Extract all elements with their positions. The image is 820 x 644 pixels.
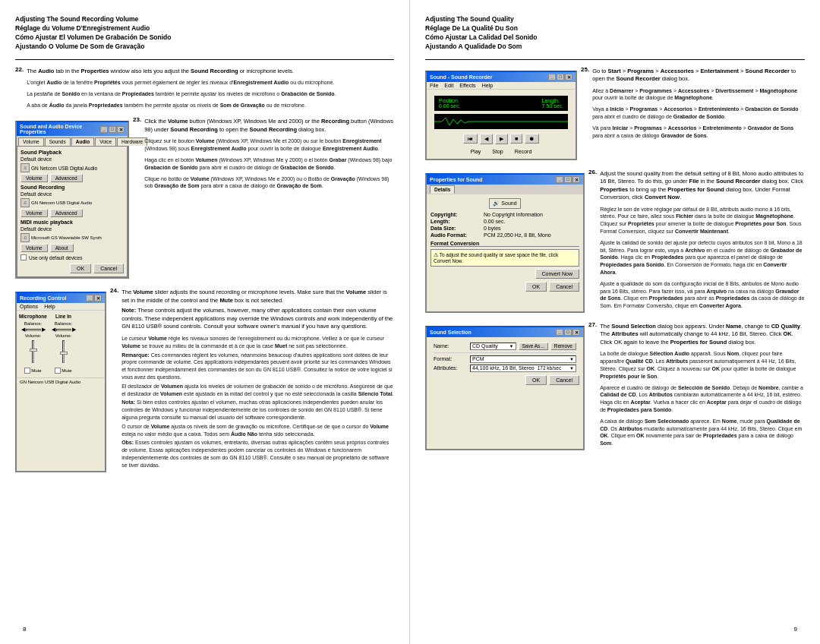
vol-ctrl-row: Recording Control _ ✕ Options Help Micro… [15,287,394,476]
effects-menu[interactable]: Effects [459,83,475,88]
maximize-btn[interactable]: □ [109,126,116,133]
volume-btn-2[interactable]: Volume [20,209,48,217]
recorder-display: Position0.00 sec. Length:7.50 sec. [434,96,568,111]
advanced-btn-2[interactable]: Advanced [50,209,83,217]
device-row-5: Default device [20,226,124,232]
rec-min-btn[interactable]: _ [548,74,556,80]
minimize-btn[interactable]: _ [100,126,108,133]
midi-label: MIDI music playback [20,219,124,225]
sel-btn-row: OK Cancel [430,375,579,385]
play-btn[interactable]: ▶ [495,134,508,144]
balance-row: ◀ ▶ [21,327,46,333]
vol-close-btn[interactable]: ✕ [94,295,102,301]
vol-slider-container [32,339,34,365]
balance-slider-2[interactable] [56,329,71,331]
remove-btn[interactable]: Remove [550,343,576,350]
options-menu[interactable]: Options [20,304,38,309]
step-23-24-container: 23. Click the Volume button (Windows XP,… [133,116,394,283]
advanced-btn-1[interactable]: Advanced [50,174,83,182]
back-btn[interactable]: ◀ [480,134,493,144]
convert-btn-row: Convert Now [430,269,579,279]
props-ok-btn[interactable]: OK [525,282,547,292]
midi-btn-row: Volume About [20,244,124,252]
tab-sounds[interactable]: Sounds [45,137,71,146]
volume-btn[interactable]: Volume [20,174,48,182]
mute-row-2: Mute [55,367,71,374]
volume-btn-3[interactable]: Volume [20,244,48,252]
page-number-left: 8 [23,626,26,633]
conversion-note: ⚠ To adjust the sound quality or save sp… [430,249,579,267]
data-size-row: Data Size: 0 bytes [430,226,579,231]
props-titlebar: Properties for Sound _ □ ✕ [427,175,583,185]
file-menu[interactable]: File [430,83,438,88]
step-26: 26. Adjust the sound quality from the de… [588,169,805,310]
format-conversion-label: Format Conversion [430,241,579,247]
close-btn[interactable]: ✕ [117,126,125,133]
volume-slider-2[interactable] [62,340,65,363]
sel-max-btn[interactable]: □ [564,329,572,336]
step-22: 22. The Audio tab in the Properties wind… [15,66,394,109]
props-cancel-btn[interactable]: Cancel [549,282,579,292]
recorder-body: Position0.00 sec. Length:7.50 sec. ⏮ ◀ ▶… [427,90,576,159]
device-row-6: ♫ Microsoft GS Wavetable SW Synth [20,233,124,242]
format-dropdown[interactable]: PCM ▼ [470,355,576,363]
record-btn[interactable]: ⏺ [525,134,539,144]
sel-cancel-btn[interactable]: Cancel [549,375,579,385]
recording-control-dialog: Recording Control _ ✕ Options Help Micro… [15,292,106,472]
sound-icon-label: 🔊 Sound [430,198,579,209]
save-as-btn[interactable]: Save As... [519,343,548,350]
details-tab[interactable]: Details [430,185,455,194]
attrs-dropdown[interactable]: 44,100 kHz, 16 Bit, Stereo 172 kb/sec ▼ [470,365,576,372]
vol-slider-container-2 [62,339,65,365]
default-devices-checkbox[interactable] [20,254,27,260]
mute-checkbox[interactable] [24,368,30,374]
vol-columns: Microphone Balance: ◀ ▶ Volume: [17,311,105,377]
sel-ok-btn[interactable]: OK [525,375,547,385]
page-number-right: 9 [794,626,797,633]
length-row: Length: 0.00 sec. [430,219,579,224]
props-min-btn[interactable]: _ [556,176,563,183]
step-27-text: 27. The Sound Selection dialog box appea… [588,321,805,455]
balance-slider[interactable] [26,329,41,331]
rec-max-btn[interactable]: □ [557,74,564,80]
edit-menu[interactable]: Edit [444,83,453,88]
recording-btn-row: Volume Advanced [20,209,124,217]
step-23: 23. Click the Volume button (Windows XP,… [133,116,394,190]
microphone-col: Microphone Balance: ◀ ▶ Volume: [20,314,46,374]
sound-playback-label: Sound Playback [20,150,124,155]
rec-close-btn[interactable]: ✕ [565,74,572,80]
sel-close-btn[interactable]: ✕ [572,329,580,336]
help-menu[interactable]: Help [44,304,55,309]
step-24: 24. The Volume slider adjusts the sound … [110,287,394,469]
waveform-display [434,114,568,129]
cancel-button[interactable]: Cancel [93,264,124,273]
tab-volume[interactable]: Volume [18,137,44,146]
name-row: Name: CD Quality ▼ Save As... Remove [434,343,576,350]
help-menu-rec[interactable]: Help [482,83,493,88]
convert-now-btn[interactable]: Convert Now [535,269,579,279]
step-26-text: 26. Adjust the sound quality from the de… [588,169,805,317]
props-close-btn[interactable]: ✕ [572,176,580,183]
tab-voice[interactable]: Voice [95,137,116,146]
device-icon-2: ♫ [20,198,30,207]
copyright-row: Copyright: No Copyright Information [430,212,579,217]
recorder-controls: ⏮ ◀ ▶ ■ ⏺ [431,131,571,147]
props-max-btn[interactable]: □ [564,176,572,183]
sel-min-btn[interactable]: _ [556,329,563,336]
vol-min-btn[interactable]: _ [86,295,93,301]
about-btn[interactable]: About [50,244,74,252]
volume-slider[interactable] [32,340,34,363]
props-ok-cancel: OK Cancel [430,282,579,292]
tab-audio[interactable]: Audio [71,137,94,146]
ok-button[interactable]: OK [70,264,91,273]
rewind-btn[interactable]: ⏮ [463,134,478,144]
stop-btn[interactable]: ■ [510,134,522,144]
mute-checkbox-2[interactable] [55,368,61,374]
recorder-titlebar: Sound - Sound Recorder _ □ ✕ [427,72,576,82]
dialog-btn-row: OK Cancel [20,264,124,273]
step26-row: Properties for Sound _ □ ✕ Details 🔊 Sou… [425,169,805,317]
waveform-svg [434,115,568,128]
audio-format-row: Audio Format: PCM 22,050 Hz, 8 Bit, Mono [430,232,579,238]
dialog-titlebar: Sound and Audio Device Properties _ □ ✕ [17,122,128,136]
name-dropdown[interactable]: CD Quality ▼ [470,343,516,350]
